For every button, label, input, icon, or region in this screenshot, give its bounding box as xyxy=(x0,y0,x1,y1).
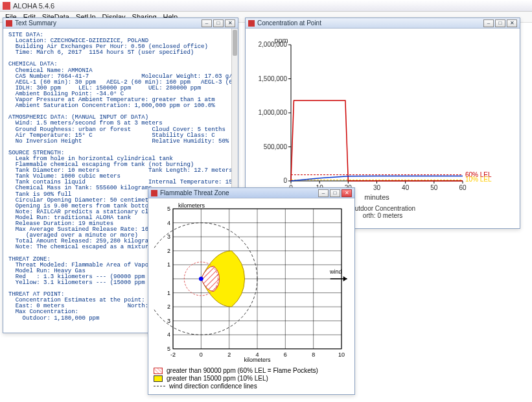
maximize-button[interactable]: □ xyxy=(213,19,224,27)
svg-text:5: 5 xyxy=(167,206,170,212)
minimize-button[interactable]: – xyxy=(318,189,329,197)
legend-row-red: greater than 90000 ppm (60% LEL = Flame … xyxy=(154,367,349,374)
legend-row-dash: wind direction confidence lines xyxy=(154,383,349,390)
svg-text:3: 3 xyxy=(167,233,170,240)
svg-text:50: 50 xyxy=(430,184,438,191)
svg-point-74 xyxy=(199,277,203,281)
minimize-button[interactable]: – xyxy=(202,19,212,27)
svg-text:2: 2 xyxy=(227,351,231,358)
svg-text:6: 6 xyxy=(284,351,287,358)
aloha-doc-icon xyxy=(248,20,255,27)
svg-text:4: 4 xyxy=(167,220,170,226)
legend-swatch-dash xyxy=(154,383,165,390)
svg-text:2: 2 xyxy=(167,303,170,310)
svg-text:3: 3 xyxy=(167,318,170,324)
concentration-plot: 0500,0001,000,0001,500,0002,000,00001020… xyxy=(252,35,515,204)
legend-swatch-red xyxy=(154,368,163,374)
legend-label-dash: wind direction confidence lines xyxy=(169,383,257,390)
app-icon xyxy=(3,2,10,10)
svg-text:60: 60 xyxy=(459,184,467,191)
workspace: Text Summary – □ ✕ SITE DATA: Location: … xyxy=(0,23,532,402)
svg-text:30: 30 xyxy=(373,184,381,191)
svg-text:8: 8 xyxy=(312,351,315,358)
minimize-button[interactable]: – xyxy=(483,19,494,27)
scrollbar-thumb[interactable] xyxy=(233,30,237,56)
maximize-button[interactable]: □ xyxy=(495,19,505,27)
close-button[interactable]: ✕ xyxy=(341,189,352,197)
svg-text:1,500,000: 1,500,000 xyxy=(259,75,288,82)
legend-label-red: greater than 90000 ppm (60% LEL = Flame … xyxy=(167,367,318,374)
legend-swatch-yellow xyxy=(154,375,163,382)
app-titlebar: ALOHA 5.4.6 xyxy=(0,0,532,12)
svg-text:1: 1 xyxy=(167,290,170,296)
text-summary-titlebar[interactable]: Text Summary – □ ✕ xyxy=(3,18,238,29)
concentration-titlebar[interactable]: Concentration at Point – □ ✕ xyxy=(246,18,520,29)
app-title: ALOHA 5.4.6 xyxy=(13,2,54,10)
close-button[interactable]: ✕ xyxy=(225,19,235,27)
threat-zone-legend: greater than 90000 ppm (60% LEL = Flame … xyxy=(154,367,349,390)
svg-text:40: 40 xyxy=(402,184,410,191)
svg-text:0: 0 xyxy=(283,177,287,184)
svg-text:ppm: ppm xyxy=(274,36,288,44)
svg-text:wind: wind xyxy=(329,268,342,275)
svg-text:10: 10 xyxy=(338,351,345,358)
svg-text:0: 0 xyxy=(200,351,203,358)
legend-label-yellow: greater than 15000 ppm (10% LEL) xyxy=(167,375,268,382)
aloha-doc-icon xyxy=(151,190,157,196)
text-summary-title: Text Summary xyxy=(15,19,202,27)
close-button[interactable]: ✕ xyxy=(507,19,517,27)
svg-text:kilometers: kilometers xyxy=(178,202,205,209)
threat-zone-title: Flammable Threat Zone xyxy=(160,189,318,196)
threat-zone-titlebar[interactable]: Flammable Threat Zone – □ ✕ xyxy=(148,188,354,198)
svg-text:1: 1 xyxy=(167,261,170,268)
maximize-button[interactable]: □ xyxy=(330,189,340,197)
window-threat-zone[interactable]: Flammable Threat Zone – □ ✕ -20246810123… xyxy=(148,187,355,395)
threat-zone-plot: -202468101234512345kilometerskilometersw… xyxy=(154,201,348,363)
aloha-doc-icon xyxy=(6,20,12,27)
svg-text:5: 5 xyxy=(167,346,170,352)
legend-row-yellow: greater than 15000 ppm (10% LEL) xyxy=(154,375,349,382)
svg-text:500,000: 500,000 xyxy=(264,143,288,150)
svg-text:4: 4 xyxy=(167,331,170,338)
svg-text:kilometers: kilometers xyxy=(244,357,271,363)
svg-text:1,000,000: 1,000,000 xyxy=(259,109,288,116)
concentration-title: Concentration at Point xyxy=(257,19,483,27)
svg-text:-2: -2 xyxy=(170,351,176,358)
svg-text:2: 2 xyxy=(167,248,170,254)
svg-text:10% LEL: 10% LEL xyxy=(465,176,492,183)
threat-zone-chart: -202468101234512345kilometerskilometersw… xyxy=(148,198,354,394)
svg-text:minutes: minutes xyxy=(364,193,389,201)
